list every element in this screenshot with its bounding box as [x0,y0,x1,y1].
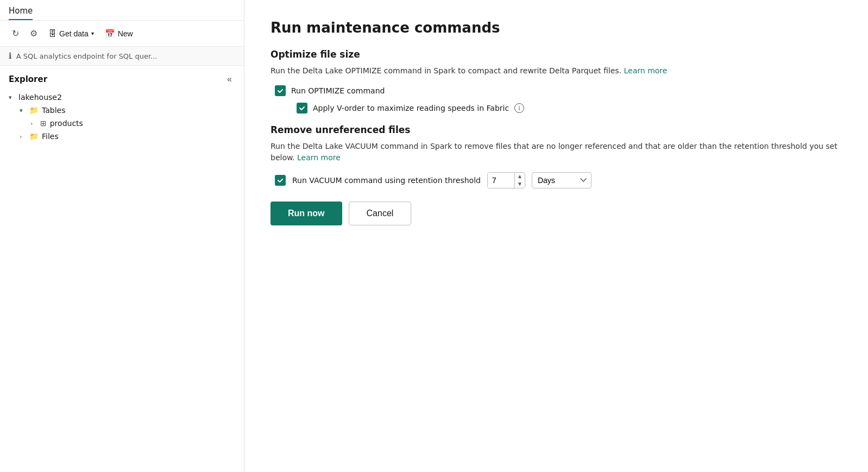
calendar-icon: 📅 [105,29,115,39]
buttons-row: Run now Cancel [271,202,842,225]
vorder-checkbox-label: Apply V-order to maximize reading speeds… [313,104,509,112]
number-spinners: ▲ ▼ [514,173,525,188]
chevron-right-icon: › [20,133,26,140]
toolbar: ↻ ⚙ 🗄 Get data ▾ 📅 New [0,21,244,47]
folder-icon: 📁 [29,132,39,141]
tree-item-products[interactable]: › ⊞ products [26,117,240,130]
chevron-down-icon: ▾ [20,107,26,114]
tables-label: Tables [42,106,66,115]
files-label: Files [42,132,59,141]
collapse-button[interactable]: « [224,73,235,85]
spin-up-button[interactable]: ▲ [515,173,525,180]
tree-item-lakehouse[interactable]: ▾ lakehouse2 [4,91,240,104]
home-tab[interactable]: Home [9,6,33,20]
optimize-section-title: Optimize file size [271,49,842,60]
vorder-checkbox-row: Apply V-order to maximize reading speeds… [271,103,842,114]
spin-down-button[interactable]: ▼ [515,180,525,188]
info-icon: ℹ [9,51,12,61]
get-data-button[interactable]: 🗄 Get data ▾ [45,27,97,40]
tree-item-files[interactable]: › 📁 Files [15,130,240,143]
top-bar: Home [0,0,244,21]
vacuum-description: Run the Delta Lake VACUUM command in Spa… [271,141,842,163]
modal-title: Run maintenance commands [271,20,842,36]
modal-panel: Run maintenance commands Optimize file s… [244,0,868,472]
vacuum-learn-more-link[interactable]: Learn more [297,153,341,162]
folder-icon: 📁 [29,106,39,115]
optimize-learn-more-link[interactable]: Learn more [624,66,668,75]
products-label: products [50,119,83,128]
explorer-title: Explorer [9,74,47,84]
explorer-header: Explorer « [0,66,244,91]
optimize-checkbox-row: Run OPTIMIZE command [271,85,842,96]
optimize-checkbox-label: Run OPTIMIZE command [291,86,385,95]
optimize-desc-text: Run the Delta Lake OPTIMIZE command in S… [271,66,621,75]
table-icon: ⊞ [40,119,47,128]
chevron-down-icon: ▾ [9,94,15,101]
info-message: A SQL analytics endpoint for SQL quer... [16,52,158,60]
settings-button[interactable]: ⚙ [27,26,41,41]
new-label: New [118,29,133,38]
refresh-button[interactable]: ↻ [9,26,22,41]
optimize-description: Run the Delta Lake OPTIMIZE command in S… [271,65,842,77]
chevron-down-icon: ▾ [91,30,94,36]
new-button[interactable]: 📅 New [102,27,136,41]
overlay: Run maintenance commands Optimize file s… [244,0,868,472]
retention-number-input: ▲ ▼ [487,172,525,188]
chevron-right-icon: › [30,120,37,127]
vacuum-section-title: Remove unreferenced files [271,124,842,135]
optimize-checkbox[interactable] [275,85,286,96]
vorder-checkbox[interactable] [297,103,307,114]
tables-children: › ⊞ products [26,117,240,130]
vorder-info-icon[interactable]: i [514,103,524,113]
database-icon: 🗄 [48,29,56,38]
get-data-label: Get data [59,29,89,38]
lakehouse-label: lakehouse2 [18,93,62,102]
tree-item-tables[interactable]: ▾ 📁 Tables [15,104,240,117]
vacuum-checkbox-label: Run VACUUM command using retention thres… [292,176,481,185]
settings-icon: ⚙ [30,28,37,39]
lakehouse-children: ▾ 📁 Tables › ⊞ products › 📁 Files [15,104,240,143]
vacuum-desc-text: Run the Delta Lake VACUUM command in Spa… [271,142,838,162]
cancel-button[interactable]: Cancel [349,202,412,225]
refresh-icon: ↻ [12,28,19,39]
retention-value-field[interactable] [488,173,514,188]
vacuum-checkbox[interactable] [275,175,286,186]
file-tree: ▾ lakehouse2 ▾ 📁 Tables › ⊞ products › [0,91,244,143]
info-bar: ℹ A SQL analytics endpoint for SQL quer.… [0,47,244,66]
left-panel: Home ↻ ⚙ 🗄 Get data ▾ 📅 New ℹ A SQL anal… [0,0,244,472]
run-now-button[interactable]: Run now [271,202,342,225]
days-select[interactable]: Days Hours Weeks [532,172,592,188]
vacuum-checkbox-row: Run VACUUM command using retention thres… [271,172,842,188]
